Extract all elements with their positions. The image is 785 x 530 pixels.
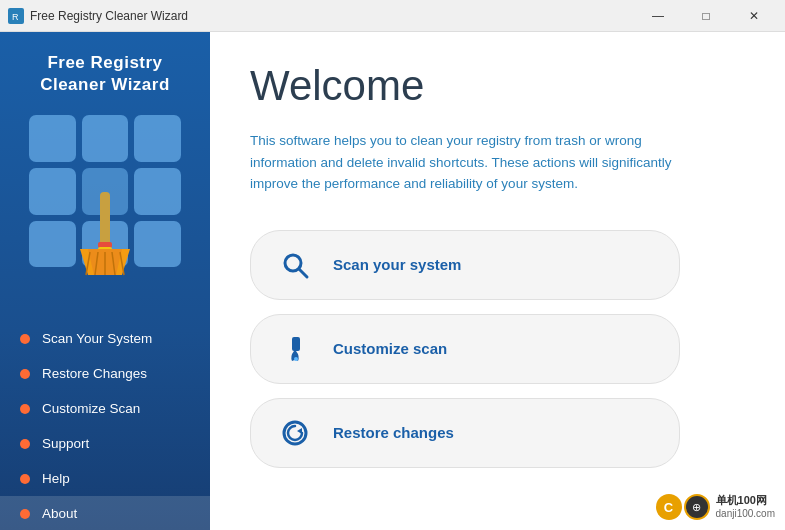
minimize-button[interactable]: — [635, 0, 681, 32]
title-bar: R Free Registry Cleaner Wizard — □ ✕ [0, 0, 785, 32]
broom-graphic [70, 187, 140, 281]
watermark-text: 单机100网 danji100.com [716, 494, 775, 519]
svg-line-13 [299, 269, 307, 277]
sidebar-item-support[interactable]: Support [0, 426, 210, 461]
customize-scan-button[interactable]: Customize scan [250, 314, 680, 384]
title-bar-text: Free Registry Cleaner Wizard [30, 9, 635, 23]
nav-dot [20, 474, 30, 484]
scan-system-label: Scan your system [333, 256, 461, 273]
nav-dot [20, 369, 30, 379]
main-container: Free Registry Cleaner Wizard [0, 32, 785, 530]
nav-label: Support [42, 436, 89, 451]
maximize-button[interactable]: □ [683, 0, 729, 32]
svg-point-15 [294, 357, 298, 361]
restore-icon [275, 413, 315, 453]
sidebar-item-about[interactable]: About [0, 496, 210, 530]
grid-tile [134, 168, 181, 215]
grid-tile [134, 115, 181, 162]
welcome-title: Welcome [250, 62, 745, 110]
grid-tile [82, 115, 129, 162]
nav-dot [20, 334, 30, 344]
grid-tile [29, 168, 76, 215]
app-icon: R [8, 8, 24, 24]
content-area: Welcome This software helps you to clean… [210, 32, 785, 530]
sidebar-nav: Scan Your System Restore Changes Customi… [0, 311, 210, 530]
nav-label: Help [42, 471, 70, 486]
scan-system-button[interactable]: Scan your system [250, 230, 680, 300]
nav-label: Scan Your System [42, 331, 152, 346]
sidebar-item-customize-scan[interactable]: Customize Scan [0, 391, 210, 426]
watermark: C ⊕ 单机100网 danji100.com [656, 494, 775, 520]
search-icon [275, 245, 315, 285]
nav-dot [20, 439, 30, 449]
nav-label: Customize Scan [42, 401, 140, 416]
sidebar: Free Registry Cleaner Wizard [0, 32, 210, 530]
nav-label: Restore Changes [42, 366, 147, 381]
customize-scan-label: Customize scan [333, 340, 447, 357]
window-controls: — □ ✕ [635, 0, 777, 32]
sidebar-logo-area: Free Registry Cleaner Wizard [0, 32, 210, 281]
restore-changes-button[interactable]: Restore changes [250, 398, 680, 468]
sidebar-item-scan-your-system[interactable]: Scan Your System [0, 321, 210, 356]
svg-rect-14 [292, 337, 300, 351]
sidebar-item-restore-changes[interactable]: Restore Changes [0, 356, 210, 391]
svg-rect-2 [100, 192, 110, 247]
grid-tile [29, 221, 76, 268]
watermark-badge-left: C [656, 494, 682, 520]
nav-dot [20, 404, 30, 414]
sidebar-item-help[interactable]: Help [0, 461, 210, 496]
brush-icon [275, 329, 315, 369]
app-title: Free Registry Cleaner Wizard [15, 52, 195, 96]
restore-changes-label: Restore changes [333, 424, 454, 441]
welcome-description: This software helps you to clean your re… [250, 130, 710, 195]
action-buttons: Scan your system Customize scan [250, 230, 680, 468]
watermark-badge-right: ⊕ [684, 494, 710, 520]
svg-text:R: R [12, 12, 19, 22]
grid-tile [29, 115, 76, 162]
close-button[interactable]: ✕ [731, 0, 777, 32]
grid-tile [134, 221, 181, 268]
nav-label: About [42, 506, 77, 521]
nav-dot [20, 509, 30, 519]
svg-marker-17 [297, 428, 302, 434]
